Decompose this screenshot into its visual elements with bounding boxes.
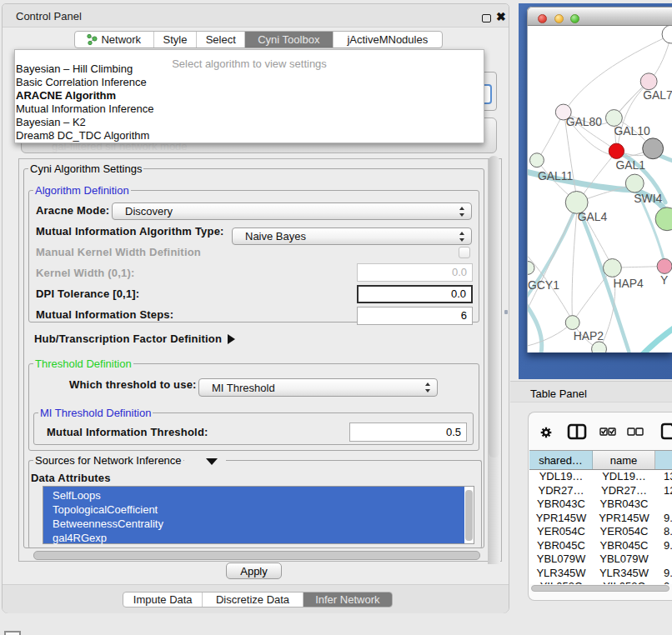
svg-text:GAL11: GAL11 <box>538 169 574 182</box>
svg-text:GAL7: GAL7 <box>643 88 672 102</box>
svg-text:HAP4: HAP4 <box>613 277 644 290</box>
svg-text:SWI4: SWI4 <box>634 192 662 205</box>
svg-text:GAL10: GAL10 <box>614 124 650 138</box>
svg-text:GAL80: GAL80 <box>566 115 603 128</box>
svg-text:GAL1: GAL1 <box>615 158 645 172</box>
svg-text:Y: Y <box>660 273 668 287</box>
svg-text:GCY1: GCY1 <box>528 278 559 292</box>
svg-text:HAP2: HAP2 <box>574 329 604 342</box>
svg-text:GAL4: GAL4 <box>578 210 608 223</box>
